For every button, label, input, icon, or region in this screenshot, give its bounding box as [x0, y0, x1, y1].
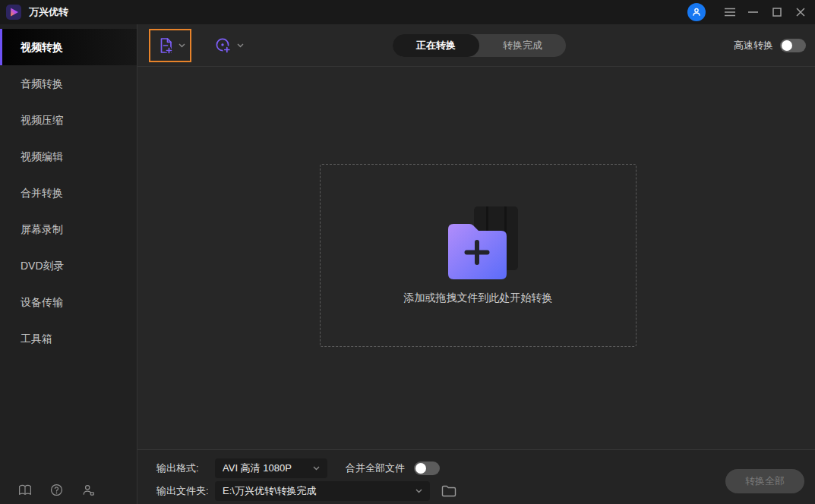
- convert-status-tabs: 正在转换 转换完成: [393, 34, 566, 57]
- chevron-down-icon: [415, 489, 422, 493]
- browse-folder-icon[interactable]: [441, 485, 456, 497]
- merge-all-label: 合并全部文件: [346, 461, 405, 475]
- dropzone-hint: 添加或拖拽文件到此处开始转换: [404, 291, 553, 305]
- add-disc-button[interactable]: [207, 29, 250, 62]
- titlebar: 万兴优转: [0, 0, 815, 24]
- main-area: 正在转换 转换完成 高速转换 添加或拖拽文件到此处开始转换: [137, 24, 815, 504]
- sidebar-item-device-transfer[interactable]: 设备传输: [0, 284, 137, 320]
- sidebar-item-dvd-burn[interactable]: DVD刻录: [0, 247, 137, 284]
- output-format-select[interactable]: AVI 高清 1080P: [215, 458, 327, 478]
- sidebar-item-video-edit[interactable]: 视频编辑: [0, 138, 137, 175]
- guide-book-icon[interactable]: [18, 484, 32, 496]
- sidebar-item-merge-convert[interactable]: 合并转换: [0, 175, 137, 211]
- minimize-icon[interactable]: [741, 0, 765, 24]
- chevron-down-icon[interactable]: [237, 43, 244, 48]
- tab-converting[interactable]: 正在转换: [393, 34, 479, 57]
- sidebar-item-video-convert[interactable]: 视频转换: [0, 29, 137, 65]
- output-format-row: 输出格式: AVI 高清 1080P 合并全部文件: [156, 458, 440, 478]
- output-folder-row: 输出文件夹: E:\万兴优转\转换完成: [156, 481, 456, 501]
- output-folder-value: E:\万兴优转\转换完成: [223, 484, 317, 498]
- tab-converted[interactable]: 转换完成: [479, 34, 566, 57]
- output-folder-select[interactable]: E:\万兴优转\转换完成: [215, 481, 430, 501]
- output-format-label: 输出格式:: [156, 461, 215, 475]
- output-format-value: AVI 高清 1080P: [223, 461, 292, 475]
- chevron-down-icon: [313, 466, 320, 471]
- sidebar-item-audio-convert[interactable]: 音频转换: [0, 65, 137, 102]
- sidebar-item-video-compress[interactable]: 视频压缩: [0, 102, 137, 138]
- merge-all-toggle[interactable]: [414, 461, 440, 475]
- toggle-knob: [415, 463, 426, 474]
- add-folder-icon: [436, 206, 521, 282]
- close-icon[interactable]: [788, 0, 812, 24]
- add-file-button[interactable]: [149, 29, 191, 62]
- menu-icon[interactable]: [718, 0, 741, 24]
- sidebar-nav: 视频转换 音频转换 视频压缩 视频编辑 合并转换 屏幕录制 DVD刻录 设备传输…: [0, 24, 137, 357]
- toggle-knob: [782, 40, 792, 51]
- add-disc-icon: [213, 36, 233, 55]
- add-file-icon: [156, 36, 175, 55]
- toolbar: 正在转换 转换完成 高速转换: [137, 24, 815, 67]
- sidebar: 视频转换 音频转换 视频压缩 视频编辑 合并转换 屏幕录制 DVD刻录 设备传输…: [0, 24, 137, 504]
- convert-all-button[interactable]: 转换全部: [725, 469, 804, 493]
- sidebar-item-toolbox[interactable]: 工具箱: [0, 320, 137, 357]
- high-speed-label: 高速转换: [734, 39, 773, 52]
- account-avatar[interactable]: [687, 3, 706, 21]
- app-logo-icon: [6, 5, 21, 20]
- high-speed-section: 高速转换: [734, 24, 806, 67]
- high-speed-toggle[interactable]: [780, 39, 806, 52]
- sidebar-item-screen-record[interactable]: 屏幕录制: [0, 211, 137, 247]
- help-icon[interactable]: [50, 484, 63, 496]
- footer-bar: 输出格式: AVI 高清 1080P 合并全部文件 输出文件夹: E:\万兴优转…: [137, 449, 815, 504]
- dropzone[interactable]: 添加或拖拽文件到此处开始转换: [320, 164, 637, 347]
- app-title: 万兴优转: [29, 5, 68, 19]
- output-folder-label: 输出文件夹:: [156, 484, 215, 498]
- sidebar-footer: [0, 484, 137, 496]
- contact-icon[interactable]: [81, 484, 95, 496]
- chevron-down-icon[interactable]: [178, 43, 185, 48]
- maximize-icon[interactable]: [765, 0, 788, 24]
